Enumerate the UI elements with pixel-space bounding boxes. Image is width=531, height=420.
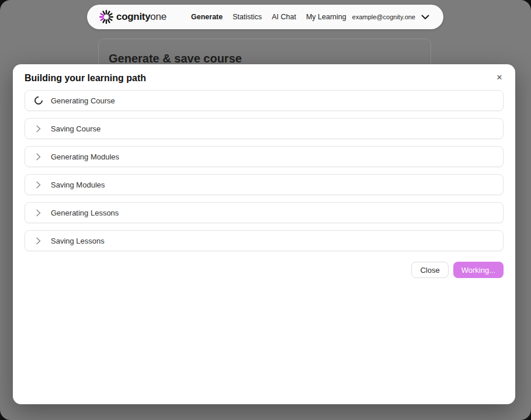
account-email: example@cognity.one xyxy=(352,13,415,20)
steps-list: Generating Course Saving Course Generati… xyxy=(25,90,504,251)
account-menu[interactable]: example@cognity.one xyxy=(352,13,429,20)
nav-item-statistics[interactable]: Statistics xyxy=(232,13,262,21)
building-learning-path-modal: Building your learning path ✕ Generating… xyxy=(13,64,515,404)
chevron-right-icon xyxy=(34,181,43,189)
step-row[interactable]: Generating Modules xyxy=(25,146,504,167)
step-label: Generating Course xyxy=(51,96,115,105)
chevron-right-icon xyxy=(34,125,43,133)
step-row[interactable]: Saving Course xyxy=(25,118,504,139)
brand-burst-icon xyxy=(99,9,114,25)
modal-footer: Close Working... xyxy=(25,262,504,278)
brand-logo[interactable]: cognityone xyxy=(99,9,168,25)
page-title: Generate & save course xyxy=(99,39,431,65)
chevron-right-icon xyxy=(34,237,43,245)
nav-item-my-learning[interactable]: My Learning xyxy=(306,13,346,21)
chevron-down-icon xyxy=(421,15,429,20)
top-navbar: cognityone Generate Statistics AI Chat M… xyxy=(87,5,443,29)
close-icon[interactable]: ✕ xyxy=(493,71,506,84)
nav-item-ai-chat[interactable]: AI Chat xyxy=(272,13,296,21)
close-button[interactable]: Close xyxy=(411,262,448,278)
app-window: cognityone Generate Statistics AI Chat M… xyxy=(0,0,531,420)
nav-links: Generate Statistics AI Chat My Learning xyxy=(191,13,352,21)
step-label: Saving Course xyxy=(51,124,100,133)
brand-name-bold: cognity xyxy=(116,11,150,22)
step-row[interactable]: Saving Lessons xyxy=(25,230,504,251)
spinner-icon xyxy=(33,95,44,106)
brand-name: cognityone xyxy=(116,11,166,23)
step-label: Generating Lessons xyxy=(51,209,119,217)
modal-title: Building your learning path xyxy=(25,72,504,84)
modal-header: Building your learning path ✕ xyxy=(25,72,504,84)
chevron-right-icon xyxy=(34,209,43,217)
nav-item-generate[interactable]: Generate xyxy=(191,13,223,21)
chevron-right-icon xyxy=(34,153,43,161)
step-label: Saving Lessons xyxy=(51,237,105,245)
step-row[interactable]: Generating Course xyxy=(25,90,504,111)
step-label: Generating Modules xyxy=(51,152,119,161)
working-button[interactable]: Working... xyxy=(453,262,504,278)
step-row[interactable]: Generating Lessons xyxy=(25,202,504,223)
step-label: Saving Modules xyxy=(51,181,105,189)
brand-name-light: one xyxy=(150,11,166,22)
step-row[interactable]: Saving Modules xyxy=(25,174,504,195)
